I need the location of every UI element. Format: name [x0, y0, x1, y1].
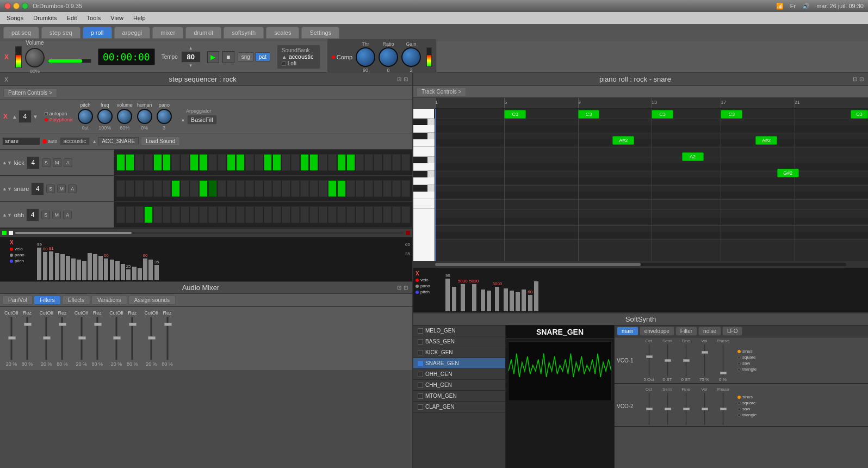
- tab-drumkit[interactable]: drumkit: [185, 27, 221, 39]
- piano-key-white[interactable]: [413, 147, 435, 157]
- seq-cell[interactable]: [282, 206, 290, 223]
- pr-note-as2-2[interactable]: A#2: [755, 136, 777, 145]
- track-close-x[interactable]: X: [3, 113, 8, 120]
- seq-cell[interactable]: [319, 206, 327, 223]
- kick-checkbox[interactable]: [418, 350, 423, 355]
- seq-cell[interactable]: [135, 180, 144, 197]
- rez-thumb-1[interactable]: [24, 323, 32, 326]
- seq-cell[interactable]: [383, 154, 392, 171]
- cutoff-thumb-2[interactable]: [43, 336, 51, 340]
- seq-cell[interactable]: [218, 180, 226, 197]
- synth-item-chh[interactable]: CHH_GEN: [413, 380, 505, 391]
- wave-dot-saw[interactable]: [737, 362, 741, 365]
- seq-cell[interactable]: [116, 180, 125, 197]
- auto-checkbox[interactable]: auto: [42, 139, 58, 144]
- bass-checkbox[interactable]: [418, 339, 423, 344]
- seq-cell[interactable]: [300, 180, 309, 197]
- human-knob[interactable]: [137, 109, 152, 124]
- cutoff-thumb-1[interactable]: [8, 336, 16, 340]
- seq-cell[interactable]: [309, 180, 318, 197]
- piano-key-black[interactable]: [413, 171, 427, 177]
- menu-songs[interactable]: Songs: [2, 14, 28, 22]
- piano-key-black[interactable]: [413, 119, 427, 125]
- seq-cell[interactable]: [346, 180, 355, 197]
- cutoff-thumb-5[interactable]: [148, 336, 156, 340]
- chh-checkbox[interactable]: [418, 383, 423, 388]
- tab-assign-sounds[interactable]: Assign sounds: [128, 295, 176, 305]
- menu-view[interactable]: View: [106, 14, 128, 22]
- vco1-phase-fader[interactable]: [722, 344, 724, 377]
- seq-cell[interactable]: [291, 154, 300, 171]
- gain-knob[interactable]: [401, 47, 421, 67]
- menu-drumkits[interactable]: Drumkits: [29, 14, 61, 22]
- seq-cell[interactable]: [144, 154, 153, 171]
- seq-cell[interactable]: [236, 206, 245, 223]
- ohh-s-btn[interactable]: S: [41, 211, 50, 219]
- volume-seq-knob[interactable]: [117, 109, 132, 124]
- seq-cell[interactable]: [153, 154, 162, 171]
- pr-note-c3-5[interactable]: C3: [851, 110, 868, 119]
- menu-help[interactable]: Help: [129, 14, 150, 22]
- vco2-wave-dot-saw[interactable]: [737, 408, 741, 411]
- cutoff-thumb-3[interactable]: [78, 336, 86, 340]
- vco2-phase-thumb[interactable]: [720, 408, 727, 410]
- snare-m-btn[interactable]: M: [57, 184, 66, 193]
- track-scrollbar[interactable]: [15, 232, 404, 234]
- seq-cell[interactable]: [163, 206, 171, 223]
- seq-cell[interactable]: [392, 180, 401, 197]
- seq-cell[interactable]: [255, 154, 263, 171]
- piano-key-white[interactable]: [413, 199, 435, 209]
- pr-note-c3-3[interactable]: C3: [652, 110, 673, 119]
- tab-settings[interactable]: Settings: [301, 27, 339, 39]
- ohh-m-btn[interactable]: M: [52, 211, 61, 219]
- pr-scroll-track[interactable]: [435, 263, 846, 266]
- seq-cell[interactable]: [328, 206, 337, 223]
- mixer-expand[interactable]: ⊡: [397, 285, 401, 291]
- seq-cell[interactable]: [135, 154, 144, 171]
- seq-cell[interactable]: [199, 154, 208, 171]
- tab-panvol[interactable]: Pan/Vol: [2, 295, 33, 305]
- seq-cell[interactable]: [356, 206, 364, 223]
- vco2-wave-dot-triangle[interactable]: [737, 414, 741, 417]
- seq-cell[interactable]: [309, 154, 318, 171]
- lofi-checkbox[interactable]: Lofi: [282, 60, 315, 66]
- seq-cell[interactable]: [392, 154, 401, 171]
- seq-cell[interactable]: [208, 206, 217, 223]
- seq-cell[interactable]: [364, 154, 373, 171]
- rez-thumb-2[interactable]: [59, 323, 66, 326]
- snare-seq[interactable]: [114, 176, 412, 201]
- vco1-phase-thumb[interactable]: [720, 372, 727, 374]
- seq-cell[interactable]: [126, 206, 134, 223]
- vco1-vol-thumb[interactable]: [702, 351, 708, 354]
- transport-close[interactable]: X: [4, 53, 9, 61]
- wave-dot-sinus[interactable]: [737, 350, 741, 353]
- seq-cell[interactable]: [364, 206, 373, 223]
- seq-cell[interactable]: [153, 206, 162, 223]
- seq-cell[interactable]: [126, 180, 134, 197]
- vco2-wave-dot-sinus[interactable]: [737, 396, 741, 399]
- pano-knob[interactable]: [157, 109, 172, 124]
- seq-cell[interactable]: [171, 180, 180, 197]
- seq-cell[interactable]: [401, 206, 410, 223]
- seq-cell[interactable]: [337, 206, 346, 223]
- seq-cell[interactable]: [264, 206, 272, 223]
- seq-cell[interactable]: [291, 206, 300, 223]
- seq-cell[interactable]: [227, 180, 235, 197]
- seq-cell[interactable]: [374, 206, 382, 223]
- tab-mixer[interactable]: mixer: [152, 27, 183, 39]
- kick-a-btn[interactable]: A: [64, 158, 72, 167]
- seq-cell[interactable]: [218, 206, 226, 223]
- seq-cell[interactable]: [245, 206, 254, 223]
- volume-knob[interactable]: [25, 48, 45, 67]
- seq-cell[interactable]: [364, 180, 373, 197]
- synth-item-mtom[interactable]: MTOM_GEN: [413, 391, 505, 402]
- seq-cell[interactable]: [272, 180, 281, 197]
- seq-cell[interactable]: [126, 154, 134, 171]
- seq-cell[interactable]: [272, 206, 281, 223]
- vco1-oct-fader[interactable]: [648, 344, 650, 377]
- seq-cell[interactable]: [208, 180, 217, 197]
- synth-item-melo[interactable]: MELO_GEN: [413, 325, 505, 336]
- kick-m-btn[interactable]: M: [53, 158, 61, 167]
- seq-cell[interactable]: [227, 154, 235, 171]
- piano-key-white[interactable]: [413, 125, 435, 133]
